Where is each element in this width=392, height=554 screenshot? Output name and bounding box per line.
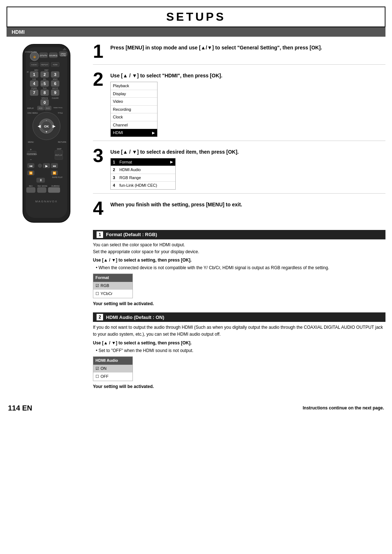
svg-text:⏪: ⏪	[29, 171, 33, 175]
svg-text:MAGNAVOX: MAGNAVOX	[35, 200, 58, 203]
svg-text:TIMER PROG.: TIMER PROG.	[53, 107, 63, 109]
svg-text:CLOSE: CLOSE	[60, 55, 66, 57]
svg-text:◄: ◄	[37, 123, 42, 129]
step-2-menu: Playback Display Video Recording Clock C…	[110, 82, 158, 137]
detail-hdmiaudio-activated: Your setting will be activated.	[93, 383, 385, 390]
hdmiaudio-on-row: ON	[93, 365, 132, 373]
detail-format-activated: Your setting will be activated.	[93, 300, 385, 307]
remote-control-column: ⏻ STANDBY/ON DTV/TV SOURCE OPEN/ CLOSE A…	[7, 37, 86, 395]
svg-text:HDMI: HDMI	[53, 64, 58, 66]
detail-format-header: 1 Format (Default : RGB)	[93, 230, 385, 239]
detail-hdmiaudio-header: 2 HDMI Audio (Default : ON)	[93, 312, 385, 322]
svg-rect-75	[55, 150, 63, 154]
detail-format-bullet: • When the connected device is not compa…	[96, 264, 385, 271]
svg-text:DISC MENU: DISC MENU	[28, 112, 38, 114]
svg-text:DTV/TV: DTV/TV	[40, 54, 47, 57]
step-2-block: 2 Use [▲ / ▼] to select "HDMI", then pre…	[93, 70, 385, 141]
section-header: HDMI	[7, 27, 385, 37]
svg-text:STANDBY/ON: STANDBY/ON	[25, 51, 37, 53]
menu-item-recording: Recording	[111, 106, 157, 114]
step-4-text: When you finish with the setting, press …	[110, 199, 385, 209]
detail-hdmiaudio-line1: If you do not want to output the audio t…	[93, 324, 385, 338]
format-rgb-label: RGB	[101, 283, 109, 289]
svg-point-80	[38, 164, 42, 167]
instructions-column: 1 Press [MENU] in stop mode and use [▲/▼…	[93, 37, 385, 395]
svg-text:RAPID PLAY: RAPID PLAY	[52, 176, 63, 178]
menu-item-hdmi: HDMI▶	[111, 129, 157, 137]
main-content: ⏻ STANDBY/ON DTV/TV SOURCE OPEN/ CLOSE A…	[7, 37, 385, 395]
svg-rect-95	[26, 187, 35, 193]
step-3-text: Use [▲ / ▼] to select a desired item, th…	[110, 146, 385, 190]
detail-hdmiaudio-badge: 2	[97, 314, 103, 320]
bottom-bar: 114 EN Instructions continue on the next…	[0, 399, 392, 416]
svg-text:PQRS: PQRS	[31, 87, 37, 89]
format-menu-header: Format	[93, 274, 132, 282]
step-3-list: 1Format▶ 2HDMI Audio 3RGB Range 4fun-Lin…	[110, 158, 176, 190]
step-3-block: 3 Use [▲ / ▼] to select a desired item, …	[93, 146, 385, 194]
svg-text:.: .	[30, 97, 30, 100]
step3-item-rgb-range: 3RGB Range	[111, 174, 175, 182]
svg-text:⏸: ⏸	[39, 178, 42, 182]
svg-text:2: 2	[44, 72, 46, 77]
step3-item-hdmi-audio: 2HDMI Audio	[111, 166, 175, 174]
svg-text:DISPLAY: DISPLAY	[27, 108, 34, 109]
step-4-block: 4 When you finish with the setting, pres…	[93, 199, 385, 221]
svg-text:OK: OK	[44, 125, 49, 128]
svg-text:9: 9	[54, 90, 56, 95]
svg-text:⏮: ⏮	[29, 164, 33, 168]
svg-rect-77	[55, 156, 63, 159]
svg-text:+: +	[30, 148, 32, 151]
detail-hdmiaudio-bold: Use [▲ / ▼] to select a setting, then pr…	[93, 340, 385, 347]
detail-hdmiaudio-section: 2 HDMI Audio (Default : ON) If you do no…	[93, 312, 385, 390]
hdmiaudio-off-check	[95, 373, 99, 380]
svg-text:TITLE: TITLE	[58, 112, 63, 114]
svg-rect-96	[37, 187, 46, 193]
svg-text:⏩: ⏩	[53, 171, 56, 175]
step-2-text: Use [▲ / ▼] to select "HDMI", then press…	[110, 70, 385, 137]
detail-hdmiaudio-bullet: • Set to "OFF" when the HDMI sound is no…	[96, 347, 385, 354]
svg-text:6: 6	[54, 81, 56, 86]
menu-item-playback: Playback	[111, 82, 157, 90]
svg-text:SOURCE: SOURCE	[49, 54, 58, 57]
svg-text:−: −	[30, 158, 32, 161]
svg-text:SPACE: SPACE	[41, 97, 48, 99]
step-3-number: 3	[93, 146, 106, 165]
page-number: 114 EN	[8, 404, 32, 412]
detail-format-line1: You can select the color space for HDMI …	[93, 242, 385, 248]
page-title-bar: SETUPS	[7, 7, 385, 27]
detail-hdmiaudio-body: If you do not want to output the audio t…	[93, 324, 385, 390]
step-1-number: 1	[93, 42, 106, 61]
hdmiaudio-off-row: OFF	[93, 373, 132, 381]
svg-text:DVD: DVD	[46, 107, 50, 109]
detail-format-bold: Use [▲ / ▼] to select a setting, then pr…	[93, 257, 385, 264]
detail-format-title: Format (Default : RGB)	[106, 232, 157, 237]
svg-text:WXYZ: WXYZ	[52, 87, 58, 89]
svg-text:0: 0	[44, 100, 46, 105]
svg-text:MENU: MENU	[28, 141, 34, 143]
format-rgb-check	[95, 283, 99, 289]
hdmiaudio-off-label: OFF	[101, 373, 109, 380]
format-ycbcr-row: YCbCr	[93, 290, 132, 298]
page-title: SETUPS	[7, 10, 385, 24]
format-rgb-row: RGB	[93, 282, 132, 290]
hdmiaudio-on-label: ON	[101, 365, 107, 372]
svg-text:►: ►	[52, 123, 57, 129]
svg-text:1: 1	[33, 72, 35, 77]
section-label: HDMI	[12, 29, 25, 35]
svg-text:HDD: HDD	[39, 107, 43, 109]
svg-text:ABC: ABC	[34, 69, 38, 71]
svg-text:REPEAT: REPEAT	[41, 64, 48, 66]
detail-format-line2: Set the appropriate color space for your…	[93, 248, 385, 255]
detail-format-section: 1 Format (Default : RGB) You can select …	[93, 230, 385, 308]
format-ycbcr-check	[95, 291, 99, 297]
hdmiaudio-on-check	[95, 365, 99, 372]
remote-control-image: ⏻ STANDBY/ON DTV/TV SOURCE OPEN/ CLOSE A…	[12, 43, 81, 231]
svg-text:TUV: TUV	[43, 87, 47, 89]
svg-text:REC: REC	[29, 185, 33, 187]
format-menu: Format RGB YCbCr	[93, 274, 133, 298]
svg-text:7: 7	[33, 90, 35, 95]
svg-text:RETURN: RETURN	[58, 141, 66, 143]
menu-item-display: Display	[111, 90, 157, 98]
continue-note: Instructions continue on the next page.	[303, 405, 384, 411]
detail-format-body: You can select the color space for HDMI …	[93, 242, 385, 308]
